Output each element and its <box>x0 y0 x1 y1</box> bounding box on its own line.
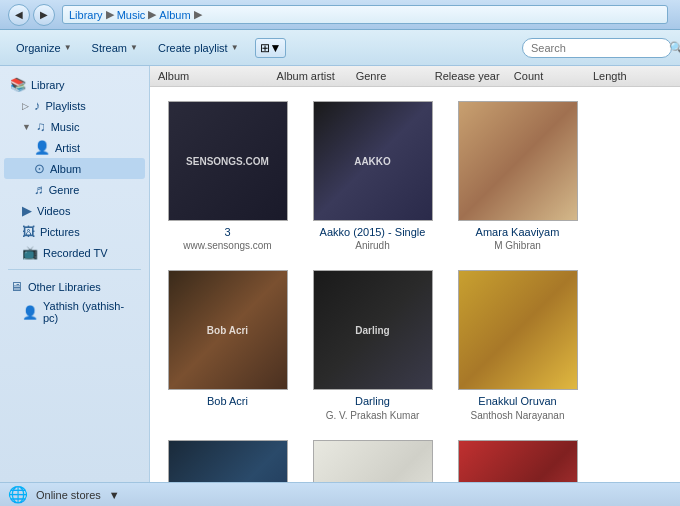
col-genre[interactable]: Genre <box>356 70 435 82</box>
playlist-arrow-icon: ▼ <box>231 43 239 52</box>
breadcrumb-album[interactable]: Album <box>159 9 190 21</box>
status-bar: 🌐 Online stores ▼ <box>0 482 680 506</box>
view-arrow-icon: ▼ <box>270 41 282 55</box>
sidebar-item-user[interactable]: 👤 Yathish (yathish-pc) <box>4 297 145 327</box>
forward-button[interactable]: ▶ <box>33 4 55 26</box>
album-cover <box>168 440 288 482</box>
cover-text: Bob Acri <box>203 321 252 340</box>
content-area: Album Album artist Genre Release year Co… <box>150 66 680 482</box>
album-artist: Santhosh Narayanan <box>471 409 565 422</box>
library-icon: 📚 <box>10 77 26 92</box>
create-playlist-button[interactable]: Create playlist ▼ <box>150 39 247 57</box>
album-item[interactable]: Kakki Sattai Anirudh Ravichander <box>450 436 585 482</box>
sidebar-divider <box>8 269 141 270</box>
playlists-expand-icon: ▷ <box>22 101 29 111</box>
column-headers: Album Album artist Genre Release year Co… <box>150 66 680 87</box>
online-stores-icon: 🌐 <box>8 485 28 504</box>
col-album-artist[interactable]: Album artist <box>277 70 356 82</box>
sidebar-item-library[interactable]: 📚 Library <box>4 74 145 95</box>
album-cover <box>458 440 578 482</box>
album-item[interactable]: Amara Kaaviyam M Ghibran <box>450 97 585 256</box>
album-title: Aakko (2015) - Single <box>320 225 426 239</box>
col-count[interactable]: Count <box>514 70 593 82</box>
album-item[interactable]: SENSONGS.COM 3 www.sensongs.com <box>160 97 295 256</box>
stream-arrow-icon: ▼ <box>130 43 138 52</box>
cover-text: SENSONGS.COM <box>182 152 273 171</box>
back-button[interactable]: ◀ <box>8 4 30 26</box>
album-artist: www.sensongs.com <box>183 239 271 252</box>
album-cover: AAKKO <box>313 101 433 221</box>
online-stores-arrow[interactable]: ▼ <box>109 489 120 501</box>
sidebar-item-album[interactable]: ⊙ Album <box>4 158 145 179</box>
album-item[interactable]: Darling Darling G. V. Prakash Kumar <box>305 266 440 425</box>
sidebar-item-playlists[interactable]: ▷ ♪ Playlists <box>4 95 145 116</box>
other-libraries-icon: 🖥 <box>10 279 23 294</box>
col-album[interactable]: Album <box>158 70 277 82</box>
album-cover <box>458 270 578 390</box>
search-icon[interactable]: 🔍 <box>669 41 680 55</box>
cover-text: Darling <box>351 321 393 340</box>
title-bar: ◀ ▶ Library ▶ Music ▶ Album ▶ <box>0 0 680 30</box>
pictures-icon: 🖼 <box>22 224 35 239</box>
album-cover: Bob Acri <box>168 270 288 390</box>
videos-icon: ▶ <box>22 203 32 218</box>
albums-grid: SENSONGS.COM 3 www.sensongs.com AAKKO Aa… <box>150 87 680 482</box>
album-item[interactable]: Bob Acri Bob Acri <box>160 266 295 425</box>
sidebar-item-other-libraries[interactable]: 🖥 Other Libraries <box>4 276 145 297</box>
album-item[interactable]: RICHARD STOLTZMAN Fine Music, Vol. 1 Ric… <box>305 436 440 482</box>
search-box: 🔍 <box>522 38 672 58</box>
breadcrumb-library[interactable]: Library <box>69 9 103 21</box>
album-artist: Anirudh <box>355 239 389 252</box>
cover-text <box>514 326 522 334</box>
album-cover: RICHARD STOLTZMAN <box>313 440 433 482</box>
genre-icon: ♬ <box>34 182 44 197</box>
main-layout: 📚 Library ▷ ♪ Playlists ▼ ♫ Music 👤 Arti… <box>0 66 680 482</box>
album-artist: G. V. Prakash Kumar <box>326 409 420 422</box>
recorded-tv-icon: 📺 <box>22 245 38 260</box>
sidebar-item-artist[interactable]: 👤 Artist <box>4 137 145 158</box>
view-toggle[interactable]: ⊞ ▼ <box>255 38 287 58</box>
album-item[interactable]: AAKKO Aakko (2015) - Single Anirudh <box>305 97 440 256</box>
album-item[interactable]: Enakkul Oruvan Santhosh Narayanan <box>450 266 585 425</box>
view-icon: ⊞ <box>260 41 270 55</box>
music-expand-icon: ▼ <box>22 122 31 132</box>
organize-button[interactable]: Organize ▼ <box>8 39 80 57</box>
col-release-year[interactable]: Release year <box>435 70 514 82</box>
album-artist: M Ghibran <box>494 239 541 252</box>
toolbar: Organize ▼ Stream ▼ Create playlist ▼ ⊞ … <box>0 30 680 66</box>
cover-text: AAKKO <box>350 152 395 171</box>
online-stores-label[interactable]: Online stores <box>36 489 101 501</box>
album-title: Bob Acri <box>207 394 248 408</box>
sidebar-item-music[interactable]: ▼ ♫ Music <box>4 116 145 137</box>
album-cover <box>458 101 578 221</box>
sidebar: 📚 Library ▷ ♪ Playlists ▼ ♫ Music 👤 Arti… <box>0 66 150 482</box>
album-item[interactable]: Ethir Neechal - Tamilanda.com <box>160 436 295 482</box>
playlists-icon: ♪ <box>34 98 41 113</box>
stream-button[interactable]: Stream ▼ <box>84 39 146 57</box>
album-cover: SENSONGS.COM <box>168 101 288 221</box>
sidebar-item-recorded-tv[interactable]: 📺 Recorded TV <box>4 242 145 263</box>
sidebar-item-pictures[interactable]: 🖼 Pictures <box>4 221 145 242</box>
album-cover: Darling <box>313 270 433 390</box>
col-length[interactable]: Length <box>593 70 672 82</box>
user-icon: 👤 <box>22 305 38 320</box>
search-input[interactable] <box>531 42 669 54</box>
album-title: 3 <box>224 225 230 239</box>
breadcrumb-music[interactable]: Music <box>117 9 146 21</box>
album-title: Darling <box>355 394 390 408</box>
organize-arrow-icon: ▼ <box>64 43 72 52</box>
artist-icon: 👤 <box>34 140 50 155</box>
breadcrumb[interactable]: Library ▶ Music ▶ Album ▶ <box>62 5 668 24</box>
album-title: Enakkul Oruvan <box>478 394 556 408</box>
album-title: Amara Kaaviyam <box>476 225 560 239</box>
cover-text <box>514 157 522 165</box>
sidebar-item-videos[interactable]: ▶ Videos <box>4 200 145 221</box>
sidebar-item-genre[interactable]: ♬ Genre <box>4 179 145 200</box>
music-icon: ♫ <box>36 119 46 134</box>
album-icon: ⊙ <box>34 161 45 176</box>
